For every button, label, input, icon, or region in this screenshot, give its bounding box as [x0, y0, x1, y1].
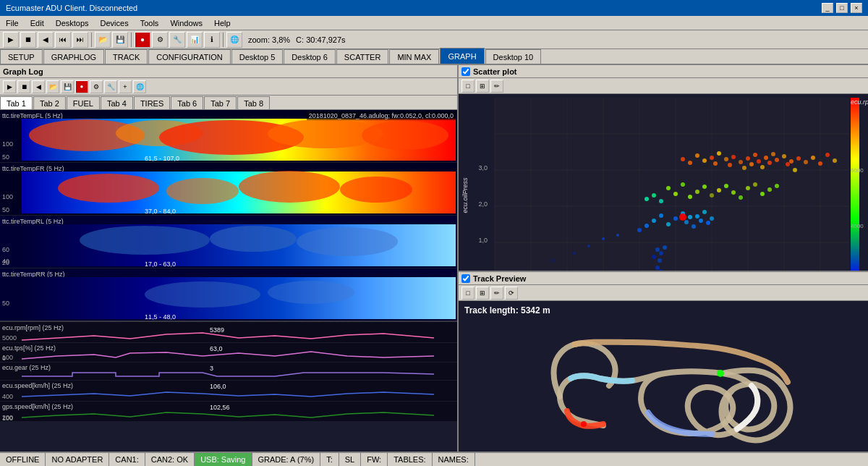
toolbar-btn-1[interactable]: ▶	[3, 32, 19, 48]
gt-btn-8[interactable]: 🌐	[133, 80, 146, 93]
track-btn-4[interactable]: ⟳	[505, 287, 518, 300]
svg-point-193	[551, 259, 554, 262]
track-content[interactable]: Track length: 5342 m	[459, 301, 868, 452]
svg-point-162	[644, 197, 649, 201]
svg-rect-39	[0, 322, 457, 342]
svg-rect-48	[0, 363, 457, 380]
menu-file[interactable]: File	[0, 16, 25, 30]
dtab-desktop10[interactable]: Desktop 10	[485, 49, 542, 64]
svg-text:0: 0	[2, 355, 6, 362]
gt-btn-5[interactable]: ⚙	[90, 80, 103, 93]
gt-btn-3[interactable]: ◀	[32, 80, 45, 93]
dtab-setup[interactable]: SETUP	[0, 49, 43, 64]
scatter-btn-2[interactable]: ⊞	[476, 80, 489, 93]
gtab-fuel[interactable]: FUEL	[67, 96, 100, 109]
menu-devices[interactable]: Devices	[95, 16, 135, 30]
track-btn-1[interactable]: □	[461, 287, 475, 300]
scatter-btn-pencil[interactable]: ✏	[490, 80, 503, 93]
gtab-tires[interactable]: TIRES	[134, 96, 170, 109]
scatter-btn-1[interactable]: □	[461, 80, 475, 93]
svg-point-184	[658, 258, 662, 263]
status-bar: OFFLINE NO ADAPTER CAN1: CAN2: OK USB: S…	[0, 452, 868, 466]
toolbar-btn-7[interactable]: 🔧	[169, 32, 185, 48]
dtab-minmax[interactable]: MIN MAX	[389, 49, 439, 64]
toolbar-btn-red[interactable]: ●	[135, 32, 150, 48]
dtab-track[interactable]: TRACK	[105, 49, 148, 64]
dtab-scatter[interactable]: SCATTER	[336, 49, 389, 64]
toolbar-btn-9[interactable]: ℹ	[204, 32, 220, 48]
minimize-btn[interactable]: _	[822, 3, 833, 13]
gtab-1[interactable]: Tab 1	[0, 96, 33, 109]
track-btn-pencil[interactable]: ✏	[490, 287, 503, 300]
menu-edit[interactable]: Edit	[25, 16, 50, 30]
svg-text:50: 50	[2, 206, 9, 213]
gt-btn-red[interactable]: ●	[75, 80, 88, 93]
gt-btn-open[interactable]: 📂	[46, 80, 59, 93]
graph-area[interactable]: 20181020_0837_46.adulog; fw:0.052,0, cl:…	[0, 110, 457, 452]
svg-point-143	[818, 161, 822, 166]
svg-point-147	[673, 192, 678, 196]
toolbar-btn-3[interactable]: ◀	[38, 32, 54, 48]
status-names: NAMES:	[433, 453, 475, 466]
app-title: Ecumaster ADU Client. Disconnected	[6, 4, 137, 12]
svg-rect-72	[495, 98, 849, 271]
toolbar-btn-6[interactable]: ⚙	[152, 32, 168, 48]
status-tables: TABLES:	[388, 453, 432, 466]
svg-point-194	[717, 370, 724, 377]
gt-btn-6[interactable]: 🔧	[104, 80, 117, 93]
scatter-content[interactable]: 2000 4000 6000 ecu.rpm 0,0 1,0 2,0 3,0 e…	[459, 94, 868, 271]
toolbar-btn-open[interactable]: 📂	[95, 32, 111, 48]
svg-text:ecu.oilPress: ecu.oilPress	[461, 177, 469, 213]
dtab-configuration[interactable]: CONFIGURATION	[148, 49, 230, 64]
toolbar-btn-5[interactable]: ⏭	[72, 32, 88, 48]
svg-point-145	[833, 158, 837, 163]
svg-point-128	[749, 162, 754, 166]
svg-text:61,5 - 107,0: 61,5 - 107,0	[145, 155, 179, 162]
track-btn-2[interactable]: ⊞	[476, 287, 489, 300]
svg-text:ecu.tps[%] (25 Hz): ecu.tps[%] (25 Hz)	[2, 344, 56, 352]
svg-point-138	[789, 159, 793, 164]
menu-help[interactable]: Help	[208, 16, 237, 30]
svg-rect-88	[851, 98, 859, 271]
gtab-6[interactable]: Tab 6	[171, 96, 203, 109]
track-checkbox[interactable]	[461, 274, 470, 283]
svg-point-158	[753, 182, 757, 187]
gtab-4[interactable]: Tab 4	[101, 96, 133, 109]
svg-text:ttc.tireTempRL (5 Hz): ttc.tireTempRL (5 Hz)	[2, 218, 64, 225]
svg-point-177	[710, 216, 714, 221]
svg-point-163	[652, 193, 656, 198]
dtab-graph[interactable]: GRAPH	[440, 48, 484, 64]
gt-btn-save[interactable]: 💾	[61, 80, 74, 93]
cursor-label: C: 30:47,927s	[296, 35, 346, 44]
toolbar-btn-save[interactable]: 💾	[112, 32, 128, 48]
menu-tools[interactable]: Tools	[135, 16, 165, 30]
toolbar-btn-globe[interactable]: 🌐	[226, 32, 242, 48]
svg-text:ttc.tireTempFR (5 Hz): ttc.tireTempFR (5 Hz)	[2, 165, 64, 172]
menu-windows[interactable]: Windows	[164, 16, 208, 30]
gtab-2[interactable]: Tab 2	[33, 96, 66, 109]
gtab-7[interactable]: Tab 7	[204, 96, 237, 109]
maximize-btn[interactable]: □	[836, 3, 848, 13]
close-btn[interactable]: ×	[851, 3, 862, 13]
scatter-checkbox[interactable]	[461, 67, 470, 76]
gt-btn-1[interactable]: ▶	[3, 80, 16, 93]
svg-point-130	[757, 159, 761, 164]
toolbar-btn-4[interactable]: ⏮	[55, 32, 71, 48]
graph-svg: ttc.tireTempFL (5 Hz) 100 50 61,5 - 107,…	[0, 110, 457, 421]
scatter-panel: Scatter plot □ ⊞ ✏	[459, 65, 868, 272]
toolbar-btn-8[interactable]: 📊	[187, 32, 203, 48]
svg-text:ecu.rpm: ecu.rpm	[851, 98, 868, 106]
toolbar-btn-2[interactable]: ⏹	[20, 32, 36, 48]
svg-text:ttc.tireTempRR (5 Hz): ttc.tireTempRR (5 Hz)	[2, 271, 65, 278]
gt-btn-7[interactable]: +	[119, 80, 132, 93]
scatter-header: Scatter plot	[459, 65, 868, 78]
dtab-graphlog[interactable]: GRAPHLOG	[43, 49, 104, 64]
file-label: 20181020_0837_46.adulog; fw:0.052,0, cl:…	[307, 111, 456, 120]
dtab-desktop6[interactable]: Desktop 6	[284, 49, 336, 64]
svg-point-181	[659, 251, 663, 255]
svg-point-175	[702, 210, 707, 214]
gt-btn-2[interactable]: ⏹	[17, 80, 30, 93]
menu-desktops[interactable]: Desktops	[50, 16, 95, 30]
gtab-8[interactable]: Tab 8	[237, 96, 270, 109]
dtab-desktop5[interactable]: Desktop 5	[231, 49, 284, 64]
